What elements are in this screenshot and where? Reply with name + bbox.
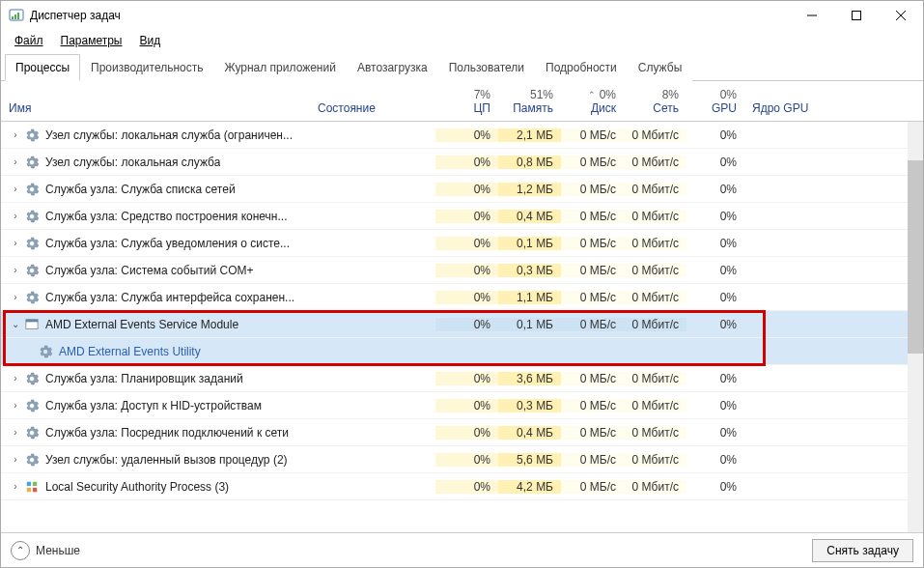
process-name: Служба узла: Система событий COM+ (45, 264, 254, 277)
cell-net: 0 Мбит/с (624, 480, 686, 494)
cell-disk: 0 МБ/с (561, 264, 624, 277)
table-row[interactable]: ›Служба узла: Служба уведомления о систе… (1, 230, 923, 257)
fewer-details-button[interactable]: ⌃ Меньше (11, 541, 80, 560)
cell-disk: 0 МБ/с (561, 183, 624, 196)
col-status[interactable]: Состояние (310, 98, 435, 121)
titlebar: Диспетчер задач (1, 1, 923, 30)
gear-icon (24, 209, 40, 224)
cell-net: 0 Мбит/с (624, 156, 686, 169)
process-name: Служба узла: Служба списка сетей (45, 183, 236, 196)
cell-mem: 5,6 МБ (498, 453, 561, 467)
col-gpu-core[interactable]: Ядро GPU (744, 98, 923, 121)
table-row[interactable]: ⌄AMD External Events Service Module0%0,1… (1, 311, 923, 338)
table-row[interactable]: AMD External Events Utility (1, 338, 923, 365)
svg-rect-1 (12, 16, 14, 19)
gear-icon (24, 155, 40, 170)
scrollbar-track[interactable] (908, 122, 923, 532)
col-cpu[interactable]: 7%ЦП (435, 84, 498, 121)
process-list[interactable]: ›Узел службы: локальная служба (ограниче… (1, 122, 923, 532)
table-row[interactable]: ›Служба узла: Служба интерфейса сохранен… (1, 284, 923, 311)
expand-icon[interactable]: › (9, 184, 22, 194)
cell-net: 0 Мбит/с (624, 264, 686, 277)
col-network[interactable]: 8%Сеть (624, 84, 686, 121)
tab-2[interactable]: Журнал приложений (214, 54, 347, 81)
expand-icon[interactable]: › (9, 129, 22, 140)
col-name[interactable]: Имя (1, 98, 310, 121)
cell-disk: 0 МБ/с (561, 480, 624, 494)
expand-icon[interactable]: › (9, 211, 22, 221)
cell-cpu: 0% (435, 426, 498, 440)
tab-4[interactable]: Пользователи (438, 54, 535, 81)
expand-icon[interactable]: › (9, 427, 22, 438)
app-icon (38, 344, 53, 359)
table-row[interactable]: ›Local Security Authority Process (3)0%4… (1, 473, 923, 500)
maximize-button[interactable] (834, 1, 879, 30)
table-row[interactable]: ›Узел службы: локальная служба0%0,8 МБ0 … (1, 149, 923, 176)
menu-options[interactable]: Параметры (53, 32, 130, 49)
cell-cpu: 0% (435, 399, 498, 412)
svg-rect-9 (27, 487, 31, 491)
table-row[interactable]: ›Служба узла: Посредник подключений к се… (1, 419, 923, 446)
cell-net: 0 Мбит/с (624, 372, 686, 385)
cell-net: 0 Мбит/с (624, 318, 686, 331)
svg-rect-6 (26, 319, 38, 322)
cell-disk: 0 МБ/с (561, 372, 624, 385)
table-row[interactable]: ›Узел службы: локальная служба (ограниче… (1, 122, 923, 149)
cell-disk: 0 МБ/с (561, 156, 624, 169)
table-row[interactable]: ›Служба узла: Система событий COM+0%0,3 … (1, 257, 923, 284)
tabs: ПроцессыПроизводительностьЖурнал приложе… (1, 53, 923, 81)
gear-icon (24, 452, 40, 468)
cell-disk: 0 МБ/с (561, 128, 624, 142)
taskmgr-icon (9, 8, 24, 23)
gear-icon (24, 425, 40, 440)
tab-0[interactable]: Процессы (5, 54, 80, 81)
close-button[interactable] (879, 1, 923, 30)
tab-6[interactable]: Службы (628, 54, 692, 81)
expand-icon[interactable]: › (9, 238, 22, 248)
expand-icon[interactable]: › (9, 481, 22, 492)
expand-icon[interactable]: › (9, 400, 22, 411)
minimize-button[interactable] (790, 1, 834, 30)
table-row[interactable]: ›Служба узла: Доступ к HID-устройствам0%… (1, 392, 923, 419)
tab-1[interactable]: Производительность (80, 54, 213, 81)
col-gpu[interactable]: 0%GPU (686, 84, 744, 121)
cell-gpu: 0% (686, 264, 744, 277)
table-row[interactable]: ›Служба узла: Планировщик заданий0%3,6 М… (1, 365, 923, 392)
menu-view[interactable]: Вид (131, 32, 168, 49)
tab-5[interactable]: Подробности (535, 54, 628, 81)
cell-mem: 0,1 МБ (498, 318, 561, 331)
table-row[interactable]: ›Служба узла: Служба списка сетей0%1,2 М… (1, 176, 923, 203)
cell-net: 0 Мбит/с (624, 128, 686, 142)
scrollbar-thumb[interactable] (908, 160, 923, 354)
cell-cpu: 0% (435, 453, 498, 467)
cell-mem: 0,8 МБ (498, 156, 561, 169)
table-row[interactable]: ›Служба узла: Средство построения конечн… (1, 203, 923, 230)
cell-disk: 0 МБ/с (561, 453, 624, 467)
process-name: Служба узла: Доступ к HID-устройствам (45, 399, 262, 412)
cell-gpu: 0% (686, 237, 744, 250)
expand-icon[interactable]: › (9, 156, 22, 167)
tab-3[interactable]: Автозагрузка (347, 54, 438, 81)
collapse-icon[interactable]: ⌄ (9, 319, 22, 329)
process-name: Служба узла: Служба интерфейса сохранен.… (45, 291, 294, 304)
cell-cpu: 0% (435, 128, 498, 142)
process-name: Служба узла: Средство построения конечн.… (45, 210, 287, 223)
cell-mem: 1,1 МБ (498, 291, 561, 304)
col-disk[interactable]: ⌃0%Диск (561, 84, 624, 121)
cell-mem: 0,4 МБ (498, 210, 561, 223)
expand-icon[interactable]: › (9, 292, 22, 302)
expand-icon[interactable]: › (9, 373, 22, 383)
window-buttons (790, 1, 923, 30)
cell-net: 0 Мбит/с (624, 291, 686, 304)
table-row[interactable]: ›Узел службы: удаленный вызов процедур (… (1, 446, 923, 473)
cell-mem: 0,4 МБ (498, 426, 561, 440)
cell-net: 0 Мбит/с (624, 399, 686, 412)
cell-gpu: 0% (686, 318, 744, 331)
expand-icon[interactable]: › (9, 454, 22, 465)
col-memory[interactable]: 51%Память (498, 84, 561, 121)
app-icon (24, 317, 40, 332)
menu-file[interactable]: Файл (7, 32, 51, 49)
end-task-button[interactable]: Снять задачу (812, 539, 913, 562)
cell-gpu: 0% (686, 453, 744, 467)
expand-icon[interactable]: › (9, 265, 22, 275)
